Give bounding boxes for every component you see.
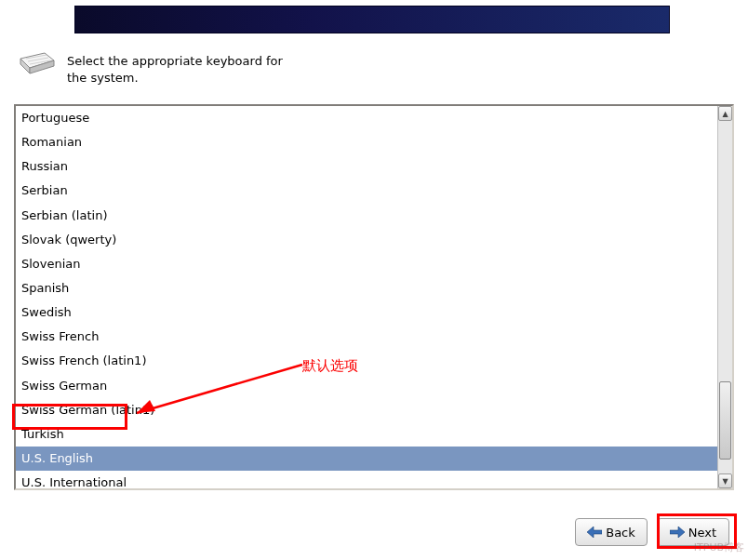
arrow-right-icon [670,527,685,538]
list-item[interactable]: U.S. International [16,471,717,488]
header-banner [74,6,670,33]
back-button[interactable]: Back [575,518,648,546]
list-item[interactable]: Turkish [16,422,717,447]
instruction-row: Select the appropriate keyboard for the … [19,51,283,86]
list-item[interactable]: Slovenian [16,252,717,276]
keyboard-icon [19,51,56,77]
list-item[interactable]: Slovak (qwerty) [16,228,717,252]
next-button[interactable]: Next [657,518,729,546]
scroll-down-button[interactable]: ▼ [718,473,732,488]
list-item[interactable]: Swedish [16,300,717,325]
list-item[interactable]: Serbian (latin) [16,204,717,228]
scrollbar[interactable]: ▲ ▼ [717,106,732,488]
instruction-text: Select the appropriate keyboard for the … [67,51,283,86]
list-item[interactable]: Romanian [16,130,717,154]
list-item[interactable]: Swiss French (latin1) [16,349,717,373]
scroll-up-button[interactable]: ▲ [718,106,732,121]
scroll-track[interactable] [718,121,732,473]
list-item[interactable]: Swiss French [16,325,717,349]
instruction-line-1: Select the appropriate keyboard for [67,53,283,70]
list-item[interactable]: Russian [16,154,717,179]
list-item[interactable]: Portuguese [16,106,717,130]
svg-marker-7 [670,527,685,538]
keyboard-listbox[interactable]: PortugueseRomanianRussianSerbianSerbian … [14,104,734,490]
list-item[interactable]: Swiss German (latin1) [16,398,717,422]
list-item[interactable]: Spanish [16,276,717,300]
list-item[interactable]: Serbian [16,179,717,203]
arrow-left-icon [587,527,602,538]
svg-marker-6 [587,527,602,538]
next-button-label: Next [688,526,716,540]
back-button-label: Back [606,526,635,540]
button-bar: Back Next [575,518,729,546]
list-item[interactable]: U.S. English [16,447,717,471]
scroll-thumb[interactable] [719,381,731,459]
instruction-line-2: the system. [67,70,283,87]
list-item[interactable]: Swiss German [16,374,717,398]
